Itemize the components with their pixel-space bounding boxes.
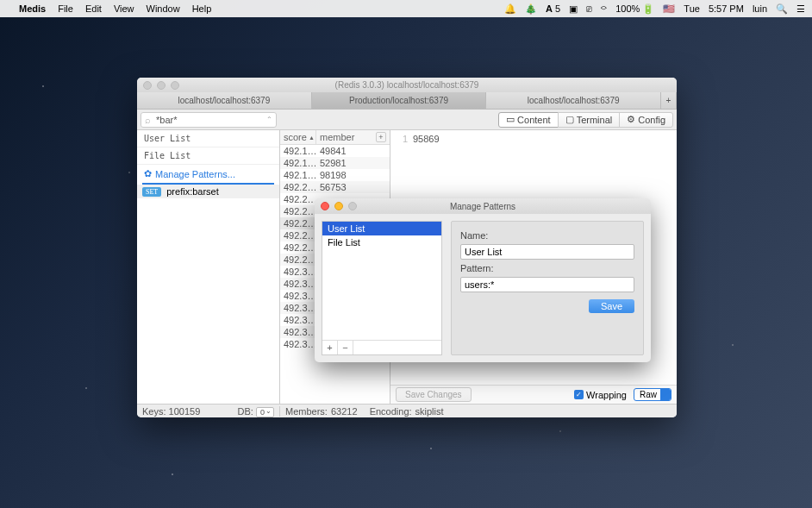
pattern-list-item-1[interactable]: File List [322,235,441,249]
tab-2[interactable]: localhost/localhost:6379 [486,92,661,109]
content-icon: ▭ [506,114,515,125]
flag-icon[interactable]: 🇺🇸 [663,3,675,15]
airplay-icon[interactable]: ⎚ [586,3,592,14]
tab-0[interactable]: localhost/localhost:6379 [137,92,312,109]
wifi-icon[interactable]: ⌔ [601,3,607,14]
sidebar: User List File List ✿Manage Patterns... … [137,130,280,404]
battery-status[interactable]: 100% 🔋 [615,3,654,15]
search-input[interactable]: ⌕ *bar* ⌃ [141,112,277,128]
key-row-1[interactable]: SET prefix:barset [137,185,279,198]
sort-asc-icon: ▲ [309,135,315,141]
terminal-icon: ▢ [565,114,574,125]
user-name[interactable]: luin [753,3,767,14]
add-member-button[interactable]: + [376,132,386,142]
wrapping-checkbox[interactable]: ✓Wrapping [574,390,627,400]
zoom-icon[interactable] [171,81,179,90]
dialog-title: Manage Patterns [315,202,651,211]
tree-icon[interactable]: 🎄 [525,3,537,15]
save-changes-button[interactable]: Save Changes [396,387,472,402]
close-icon[interactable] [143,81,152,90]
add-tab-button[interactable]: + [661,92,677,109]
remove-pattern-button[interactable]: − [338,341,353,354]
menu-help[interactable]: Help [192,3,212,14]
gear-icon: ⚙ [627,114,635,125]
manage-patterns-dialog: Manage Patterns User List File List + − … [315,198,651,362]
key-name: prefix:barset [166,186,219,197]
type-badge: SET [142,187,161,197]
pattern-item-0[interactable]: User List [137,130,279,147]
terminal-button[interactable]: ▢Terminal [558,112,621,128]
chevron-up-icon[interactable]: ⌃ [266,116,272,123]
menu-edit[interactable]: Edit [85,3,102,14]
pattern-list: User List File List + − [322,221,442,355]
content-button[interactable]: ▭Content [498,112,559,128]
config-button[interactable]: ⚙Config [619,112,673,128]
pattern-item-1[interactable]: File List [137,147,279,165]
notification-icon[interactable]: 🔔 [504,3,516,15]
tab-1[interactable]: Production/localhost:6379 [312,92,487,109]
members-count: 63212 [331,406,358,417]
window-title: (Redis 3.0.3) localhost/localhost:6379 [137,80,677,90]
menu-view[interactable]: View [114,3,134,14]
search-icon: ⌕ [145,115,151,125]
status-bar: Keys: 100159 DB: 0 Members: 63212 Encodi… [137,404,677,417]
menu-window[interactable]: Window [147,3,180,14]
member-row[interactable]: 492.1…98198 [280,169,390,181]
adobe-icon[interactable]: A 5 [546,3,560,14]
zoom-icon [348,202,357,210]
gear-icon: ✿ [144,168,152,179]
clock-day[interactable]: Tue [684,3,700,14]
pattern-list-item-0[interactable]: User List [322,222,441,235]
keys-count: 100159 [169,406,201,417]
name-label: Name: [460,230,634,241]
pattern-form: Name: Pattern: Save [451,221,644,355]
save-button[interactable]: Save [589,299,634,313]
name-field[interactable] [460,244,634,260]
format-select[interactable]: Raw [634,388,671,401]
menu-file[interactable]: File [58,3,73,14]
checkbox-checked-icon: ✓ [574,390,584,399]
member-row[interactable]: 492.1…49841 [280,145,390,157]
add-pattern-button[interactable]: + [322,341,338,354]
member-row[interactable]: 492.1…52981 [280,157,390,169]
window-titlebar[interactable]: (Redis 3.0.3) localhost/localhost:6379 [137,78,677,92]
macos-menubar: Medis File Edit View Window Help 🔔 🎄 A 5… [0,0,812,17]
manage-patterns-button[interactable]: ✿Manage Patterns... [137,165,279,183]
clock-time[interactable]: 5:57 PM [709,3,744,14]
close-icon[interactable] [321,202,329,210]
minimize-icon[interactable] [157,81,166,90]
encoding-value: skiplist [415,406,444,417]
pattern-field[interactable] [460,277,634,292]
member-row[interactable]: 492.2…56753 [280,181,390,193]
db-select[interactable]: 0 [256,407,274,417]
minimize-icon[interactable] [334,202,343,210]
connection-tabs: localhost/localhost:6379 Production/loca… [137,92,677,110]
display-icon[interactable]: ▣ [569,3,578,15]
toolbar: ⌕ *bar* ⌃ ▭Content ▢Terminal ⚙Config [137,110,677,130]
spotlight-icon[interactable]: 🔍 [776,3,788,15]
score-column-header[interactable]: score▲ [280,130,316,144]
member-column-header[interactable]: member+ [316,130,390,144]
pattern-label: Pattern: [460,263,634,273]
menu-extras-icon[interactable]: ☰ [796,3,805,15]
app-menu[interactable]: Medis [19,3,46,14]
